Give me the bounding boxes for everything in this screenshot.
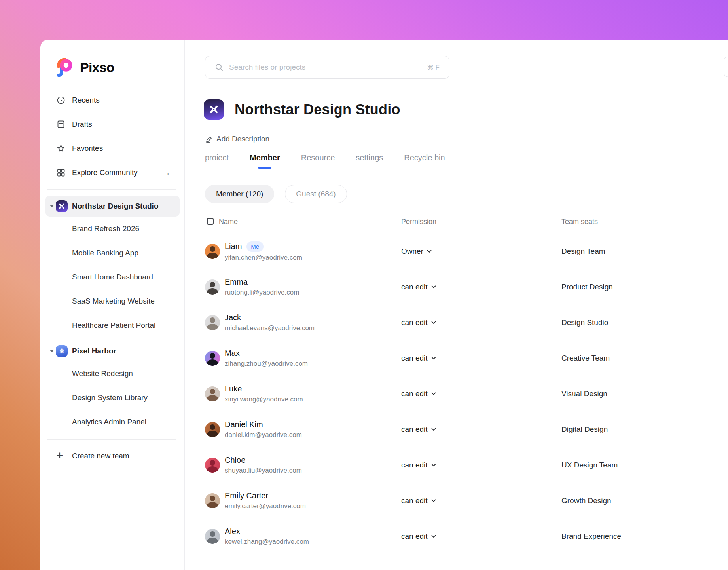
- member-name: Jack: [225, 313, 241, 322]
- permission-dropdown[interactable]: Owner: [401, 234, 432, 269]
- permission-value: can edit: [401, 532, 428, 541]
- arrow-right-icon[interactable]: →: [162, 164, 171, 181]
- add-description-button[interactable]: Add Description: [205, 135, 269, 143]
- team-icon: ✻: [56, 345, 68, 357]
- avatar-silhouette: [210, 389, 215, 394]
- permission-dropdown[interactable]: can edit: [401, 412, 436, 447]
- sidebar-item-label: Drafts: [72, 116, 92, 133]
- member-email: daniel.kim@yaodrive.com: [225, 431, 302, 439]
- permission-dropdown[interactable]: can edit: [401, 305, 436, 340]
- sidebar-project-item[interactable]: Brand Refresh 2026: [46, 217, 180, 241]
- sidebar-project-item[interactable]: Smart Home Dashboard: [46, 265, 180, 289]
- avatar-silhouette: [210, 282, 215, 287]
- team-seat-cell: Growth Design: [561, 483, 611, 519]
- member-name: Daniel Kim: [225, 420, 263, 429]
- tab-label: Member: [250, 153, 280, 162]
- select-all-checkbox[interactable]: [207, 218, 214, 225]
- permission-value: can edit: [401, 390, 428, 398]
- sidebar-project-item[interactable]: Healthcare Patient Portal: [46, 313, 180, 337]
- search-bar[interactable]: ⌘ F: [205, 56, 449, 79]
- team-seat-cell: UX Design Team: [561, 447, 618, 483]
- team-icon: ✻: [56, 200, 68, 212]
- sidebar-team-item[interactable]: ✻ Northstar Design Studio: [46, 196, 180, 217]
- team-seat-value: Brand Experience: [561, 532, 621, 541]
- member-table-row[interactable]: Max zihang.zhou@yaodrive.com can edit Cr…: [185, 340, 728, 376]
- pencil-icon: [205, 135, 213, 143]
- edge-panel-handle[interactable]: [724, 57, 728, 77]
- document-icon: [57, 120, 65, 129]
- member-table-row[interactable]: Emily Carter emily.carter@yaodrive.com c…: [185, 483, 728, 519]
- member-identity: Emily Carter emily.carter@yaodrive.com: [225, 483, 306, 519]
- sidebar-item-label: Explore Community: [72, 164, 138, 181]
- sidebar-project-item[interactable]: Analytics Admin Panel: [46, 410, 180, 434]
- member-table-row[interactable]: Liam Me yifan.chen@yaodrive.com Owner De…: [185, 234, 728, 269]
- member-table-row[interactable]: Daniel Kim daniel.kim@yaodrive.com can e…: [185, 412, 728, 447]
- search-shortcut-hint: ⌘ F: [427, 63, 440, 72]
- pixso-logo[interactable]: Pixso: [55, 58, 114, 77]
- chevron-down-icon[interactable]: [50, 350, 54, 352]
- chevron-down-icon: [431, 285, 436, 289]
- permission-dropdown[interactable]: can edit: [401, 483, 436, 519]
- filter-pill[interactable]: Guest (684): [285, 185, 347, 203]
- team-seat-value: Digital Design: [561, 425, 608, 434]
- permission-dropdown[interactable]: can edit: [401, 447, 436, 483]
- tab[interactable]: Recycle bin: [404, 153, 445, 171]
- tab[interactable]: Resource: [301, 153, 335, 171]
- add-description-label: Add Description: [216, 135, 269, 143]
- avatar: [205, 386, 220, 401]
- team-seat-value: Design Studio: [561, 318, 608, 327]
- permission-value: can edit: [401, 354, 428, 363]
- tab[interactable]: settings: [356, 153, 383, 171]
- create-team-label: Create new team: [72, 447, 129, 465]
- sidebar-item-recents[interactable]: Recents: [40, 91, 184, 109]
- sidebar-teams: ✻ Northstar Design Studio Brand Refresh …: [46, 192, 180, 434]
- team-seat-cell: Design Team: [561, 234, 605, 269]
- filter-pill-label: Member (120): [216, 190, 263, 198]
- member-table-row[interactable]: Luke xinyi.wang@yaodrive.com can edit Vi…: [185, 376, 728, 412]
- avatar-silhouette: [207, 324, 218, 330]
- tab-bar: proiect Member Resource settings Recycle…: [205, 153, 445, 171]
- member-table-row[interactable]: Alex kewei.zhang@yaodrive.com can edit B…: [185, 519, 728, 554]
- tab-label: Recycle bin: [404, 153, 445, 162]
- sidebar-project-item[interactable]: Website Redesign: [46, 361, 180, 386]
- clock-icon: [57, 96, 65, 104]
- sidebar-item-explore-community[interactable]: Explore Community →: [40, 164, 184, 181]
- sidebar-project-item[interactable]: SaaS Marketing Website: [46, 289, 180, 313]
- team-name-label: Northstar Design Studio: [72, 196, 159, 217]
- permission-dropdown[interactable]: can edit: [401, 269, 436, 305]
- avatar-silhouette: [207, 395, 218, 401]
- avatar: [205, 351, 220, 366]
- member-email: yifan.chen@yaodrive.com: [225, 254, 302, 262]
- sidebar-project-item[interactable]: Mobile Banking App: [46, 241, 180, 265]
- app-window: Pixso Recents Drafts: [40, 40, 728, 570]
- sidebar-divider: [47, 439, 176, 440]
- tab[interactable]: Member: [250, 153, 280, 171]
- member-table-row[interactable]: Jack michael.evans@yaodrive.com can edit…: [185, 305, 728, 340]
- member-identity: Alex kewei.zhang@yaodrive.com: [225, 519, 309, 554]
- me-badge: Me: [246, 241, 264, 252]
- permission-dropdown[interactable]: can edit: [401, 519, 436, 554]
- sidebar-item-drafts[interactable]: Drafts: [40, 116, 184, 133]
- sidebar-project-item[interactable]: Design System Library: [46, 386, 180, 410]
- pixso-logo-icon: [55, 58, 74, 77]
- filter-pill[interactable]: Member (120): [205, 185, 274, 203]
- permission-dropdown[interactable]: can edit: [401, 340, 436, 376]
- permission-dropdown[interactable]: can edit: [401, 376, 436, 412]
- sidebar: Pixso Recents Drafts: [40, 40, 185, 570]
- create-new-team-button[interactable]: + Create new team: [40, 447, 184, 465]
- sidebar-team-item[interactable]: ✻ Pixel Harbor: [46, 340, 180, 361]
- column-header-team-seats: Team seats: [561, 216, 598, 228]
- search-input[interactable]: [229, 63, 421, 72]
- avatar-silhouette: [207, 538, 218, 544]
- sidebar-item-favorites[interactable]: Favorites: [40, 140, 184, 157]
- member-table-row[interactable]: Emma ruotong.li@yaodrive.com can edit Pr…: [185, 269, 728, 305]
- tab[interactable]: proiect: [205, 153, 229, 171]
- member-table-row[interactable]: Chloe shuyao.liu@yaodrive.com can edit U…: [185, 447, 728, 483]
- star-icon: [57, 144, 65, 153]
- chevron-down-icon[interactable]: [50, 205, 54, 207]
- avatar: [205, 279, 220, 294]
- sidebar-nav: Recents Drafts Favorites: [40, 91, 184, 188]
- team-seat-value: Visual Design: [561, 390, 607, 398]
- column-header-permission: Permission: [401, 216, 436, 228]
- member-identity: Daniel Kim daniel.kim@yaodrive.com: [225, 412, 302, 447]
